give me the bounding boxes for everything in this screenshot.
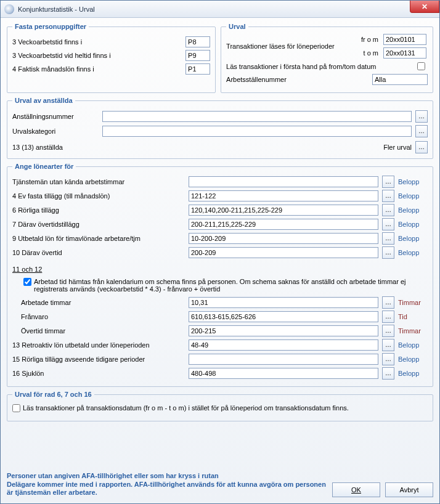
loneart-unit-link[interactable]: Belopp (398, 192, 428, 200)
loneart2-browse[interactable]: … (382, 296, 394, 309)
urval-to-label: t o m (351, 49, 378, 57)
loneart-input[interactable] (189, 247, 378, 258)
fasta-r2-label: 3 Veckoarbetstid vid heltid finns i (12, 52, 182, 59)
loneart-input[interactable] (189, 205, 378, 216)
loneart-label: Tjänstemän utan kända arbetstimmar (12, 178, 185, 185)
lonearter-group: Ange lönearter för Tjänstemän utan kända… (7, 163, 433, 387)
urval6716-check-label: Läs transaktioner på transaktionsdatum (… (23, 404, 428, 412)
loneart-input[interactable] (189, 190, 378, 201)
ok-button[interactable]: OK (332, 482, 380, 497)
loneart2-unit-link[interactable]: Belopp (398, 341, 428, 349)
anst-nr-label: Anställningsnummer (12, 113, 99, 120)
fasta-r2-input[interactable] (185, 50, 210, 61)
urval-anst-legend: Urval av anställda (12, 97, 75, 104)
loneart2-label: 16 Sjuklön (12, 370, 185, 377)
loneart2-label: Frånvaro (12, 313, 185, 320)
loneart-label: 10 Därav övertid (12, 249, 185, 256)
loneart2-input[interactable] (189, 297, 378, 308)
loneart-unit-link[interactable]: Belopp (398, 221, 428, 228)
loneart-label: 6 Rörliga tillägg (12, 206, 185, 214)
fasta-r3-input[interactable] (185, 63, 210, 75)
fler-urval-label: Fler urval (383, 144, 412, 151)
lonearter-check-label: Arbetad tid hämtas från kalendarium om s… (34, 278, 428, 293)
loneart2-row: Frånvaro…Tid (12, 311, 428, 323)
loneart2-browse[interactable]: … (382, 325, 394, 337)
loneart-unit-link[interactable]: Belopp (398, 249, 428, 256)
lonearter-check-11-12[interactable] (23, 278, 31, 286)
lonearter-legend: Ange lönearter för (12, 163, 76, 170)
loneart2-browse[interactable]: … (382, 311, 394, 323)
urval6716-check[interactable] (12, 404, 20, 412)
loneart-row: 10 Därav övertid…Belopp (12, 246, 428, 259)
anst-kat-input[interactable] (102, 126, 412, 137)
loneart-input[interactable] (189, 219, 378, 230)
loneart2-input[interactable] (189, 368, 378, 379)
loneart-browse[interactable]: … (382, 232, 394, 245)
loneart-row: Tjänstemän utan kända arbetstimmar…Belop… (12, 176, 428, 188)
anst-kat-label: Urvalskategori (12, 128, 99, 135)
app-icon (4, 4, 14, 14)
loneart2-unit-link[interactable]: Timmar (398, 327, 428, 335)
loneart-unit-link[interactable]: Belopp (398, 206, 428, 214)
loneart2-row: Övertid timmar…Timmar (12, 325, 428, 337)
urval-check[interactable] (417, 62, 425, 70)
fasta-personuppgifter-group: Fasta personuppgifter 3 Veckoarbetstid f… (7, 23, 216, 93)
loneart2-input[interactable] (189, 311, 378, 322)
loneart-input[interactable] (189, 176, 378, 187)
loneart2-unit-link[interactable]: Timmar (398, 299, 428, 306)
footer: Personer utan angiven AFA-tillhörighet e… (1, 469, 439, 503)
footer-text-1: Personer utan angiven AFA-tillhörighet e… (7, 472, 327, 481)
urval-to-input[interactable] (383, 47, 426, 59)
titlebar: Konjunkturstatistik - Urval ✕ (1, 1, 439, 18)
loneart2-unit-link[interactable]: Tid (398, 313, 428, 320)
loneart-browse[interactable]: … (382, 176, 394, 188)
loneart2-browse[interactable]: … (382, 353, 394, 365)
loneart2-browse[interactable]: … (382, 367, 394, 380)
fasta-r1-input[interactable] (185, 36, 210, 47)
loneart2-row: Arbetade timmar…Timmar (12, 296, 428, 309)
anst-nr-input[interactable] (102, 111, 412, 122)
loneart2-label: Arbetade timmar (12, 299, 185, 306)
urval-check-label: Läs transaktioner i första hand på from/… (226, 63, 414, 70)
urval-trans-label: Transaktioner läses för löneperioder (226, 43, 346, 50)
loneart2-input[interactable] (189, 339, 378, 351)
loneart2-label: 15 Rörliga tillägg avseende tidigare per… (12, 356, 185, 363)
loneart-browse[interactable]: … (382, 246, 394, 259)
lonearter-subhead: 11 och 12 (12, 266, 42, 273)
urval-group: Urval Transaktioner läses för löneperiod… (221, 23, 433, 93)
loneart-input[interactable] (189, 233, 378, 244)
urval6716-legend: Urval för rad 6, 7 och 16 (12, 391, 94, 398)
loneart2-row: 16 Sjuklön…Belopp (12, 367, 428, 380)
fasta-legend: Fasta personuppgifter (12, 23, 89, 30)
loneart2-unit-link[interactable]: Belopp (398, 356, 428, 363)
loneart-row: 9 Utbetald lön för timavlönade arbetare/… (12, 232, 428, 245)
loneart-browse[interactable]: … (382, 204, 394, 216)
urval-arbsts-input[interactable] (372, 74, 428, 85)
window: Konjunkturstatistik - Urval ✕ Fasta pers… (0, 0, 440, 504)
fasta-r1-label: 3 Veckoarbetstid finns i (12, 38, 182, 46)
loneart-row: 6 Rörliga tillägg…Belopp (12, 204, 428, 216)
urval-legend: Urval (226, 23, 248, 30)
loneart-row: 7 Därav övertidstillägg…Belopp (12, 218, 428, 230)
anst-count: 13 (13) anställda (12, 144, 63, 151)
loneart2-input[interactable] (189, 354, 378, 365)
anst-nr-browse[interactable]: … (415, 110, 428, 123)
close-button[interactable]: ✕ (410, 1, 439, 13)
loneart-unit-link[interactable]: Belopp (398, 235, 428, 242)
loneart2-input[interactable] (189, 325, 378, 336)
loneart-unit-link[interactable]: Belopp (398, 178, 428, 185)
urval-from-input[interactable] (383, 34, 426, 45)
loneart2-label: Övertid timmar (12, 327, 185, 335)
urval-arbsts-label: Arbetsställenummer (226, 76, 369, 83)
cancel-button[interactable]: Avbryt (385, 482, 433, 497)
fasta-r3-label: 4 Faktisk månadslön finns i (12, 65, 182, 73)
content-area: Fasta personuppgifter 3 Veckoarbetstid f… (1, 18, 439, 469)
loneart2-unit-link[interactable]: Belopp (398, 370, 428, 377)
anst-kat-browse[interactable]: … (415, 125, 428, 137)
loneart2-browse[interactable]: … (382, 339, 394, 351)
urval-6-7-16-group: Urval för rad 6, 7 och 16 Läs transaktio… (7, 391, 433, 421)
loneart-browse[interactable]: … (382, 218, 394, 230)
fler-urval-button[interactable]: … (415, 141, 428, 153)
footer-text-2: Delägare kommer inte med i rapporten. AF… (7, 481, 327, 498)
loneart-browse[interactable]: … (382, 190, 394, 202)
